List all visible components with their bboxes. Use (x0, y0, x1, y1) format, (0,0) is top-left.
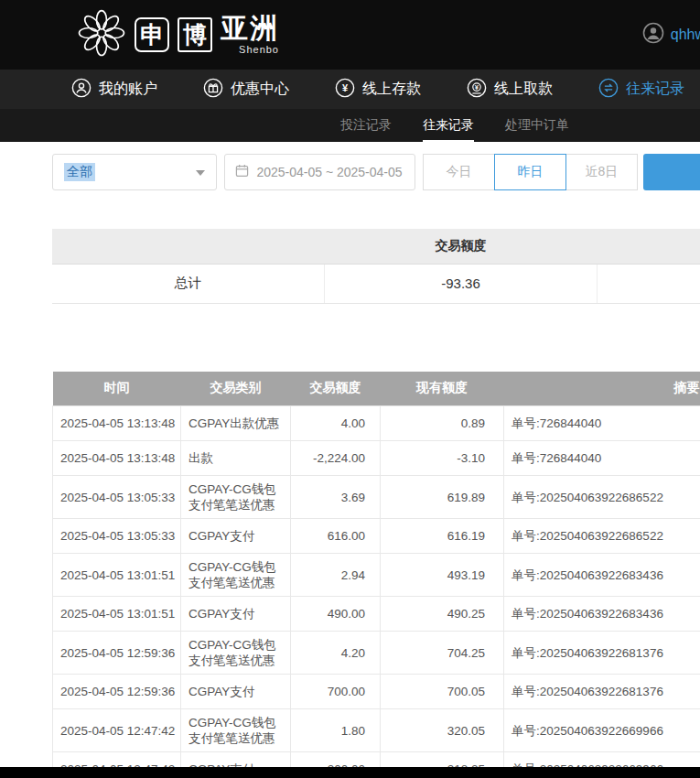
cell-category: CGPAY-CG钱包支付笔笔送优惠 (181, 476, 291, 519)
cell-amount: 490.00 (291, 597, 381, 632)
transactions-tbody: 2025-04-05 13:13:48 CGPAY出款优惠 4.00 0.89 … (53, 406, 700, 778)
summary-header: 交易额度 (52, 229, 700, 264)
table-row: 2025-04-05 13:05:33 CGPAY支付 616.00 616.1… (53, 519, 700, 554)
transactions-header-row: 时间 交易类别 交易额度 现有额度 摘要 (53, 372, 700, 406)
date-range-input[interactable]: 2025-04-05 ~ 2025-04-05 (224, 154, 415, 190)
cell-category: 出款 (181, 441, 291, 476)
cell-time: 2025-04-05 12:59:36 (53, 675, 181, 709)
cell-balance: 619.89 (381, 476, 504, 519)
avatar-icon (642, 22, 664, 48)
cell-time: 2025-04-05 13:01:51 (53, 554, 181, 597)
col-header-amount: 交易额度 (291, 372, 381, 406)
main-navigation: 我的账户 优惠中心 ¥ 线上存款 ¥ (0, 70, 700, 109)
cell-category: CGPAY支付 (181, 675, 291, 709)
transactions-table: 时间 交易类别 交易额度 现有额度 摘要 2025-04-05 13:13:48… (52, 372, 700, 778)
cell-category: CGPAY支付 (181, 519, 291, 554)
cell-summary: 单号:202504063922686522 (504, 519, 700, 554)
cell-summary: 单号:202504063922683436 (504, 597, 700, 632)
search-button[interactable] (643, 154, 700, 190)
quick-range-group: 今日 昨日 近8日 (423, 154, 638, 190)
transfer-records-icon (598, 78, 619, 102)
calendar-icon (235, 164, 249, 180)
cell-time: 2025-04-05 13:13:48 (53, 441, 181, 476)
chevron-down-icon (196, 170, 205, 176)
summary-empty-cell (597, 264, 700, 303)
cell-time: 2025-04-05 13:13:48 (53, 406, 181, 441)
cell-amount: 700.00 (291, 675, 381, 709)
nav-item-label: 往来记录 (626, 80, 684, 99)
sub-navigation: 投注记录 往来记录 处理中订单 (0, 109, 700, 142)
bottom-bar (0, 767, 700, 778)
cell-time: 2025-04-05 13:05:33 (53, 519, 181, 554)
nav-item-my-account[interactable]: 我的账户 (71, 78, 157, 102)
cell-summary: 单号:202504063922686522 (504, 476, 700, 519)
cell-amount: 3.69 (291, 476, 381, 519)
category-select-value: 全部 (64, 163, 95, 181)
withdraw-coin-icon: ¥ (467, 78, 487, 102)
cell-summary: 单号:726844040 (504, 406, 700, 441)
cell-balance: 704.25 (381, 632, 504, 675)
table-row: 2025-04-05 13:01:51 CGPAY-CG钱包支付笔笔送优惠 2.… (53, 554, 700, 597)
cell-summary: 单号:202504063922669966 (504, 709, 700, 752)
cell-time: 2025-04-05 13:01:51 (53, 597, 181, 632)
col-header-balance: 现有额度 (381, 372, 504, 406)
table-row: 2025-04-05 13:13:48 出款 -2,224.00 -3.10 单… (53, 441, 700, 476)
table-row: 2025-04-05 13:01:51 CGPAY支付 490.00 490.2… (53, 597, 700, 632)
col-header-time: 时间 (53, 372, 181, 406)
account-icon (71, 78, 92, 102)
cell-balance: 616.19 (381, 519, 504, 554)
nav-item-promotions[interactable]: 优惠中心 (203, 78, 289, 102)
logo-region: 亚洲 Shenbo (221, 15, 279, 55)
cell-summary: 单号:202504063922681376 (504, 632, 700, 675)
cell-category: CGPAY-CG钱包支付笔笔送优惠 (181, 554, 291, 597)
category-select[interactable]: 全部 (52, 154, 217, 190)
cell-balance: 320.05 (381, 709, 504, 752)
yesterday-button[interactable]: 昨日 (494, 154, 566, 190)
logo-char-bo: 博 (178, 17, 212, 52)
cell-time: 2025-04-05 12:59:36 (53, 632, 181, 675)
brand-logo[interactable]: 申 博 亚洲 Shenbo (77, 8, 279, 61)
logo-region-en: Shenbo (239, 45, 279, 55)
username-text: qhhw (671, 27, 700, 43)
cell-time: 2025-04-05 12:47:42 (53, 709, 181, 752)
table-row: 2025-04-05 12:59:36 CGPAY支付 700.00 700.0… (53, 675, 700, 709)
cell-amount: 4.20 (291, 632, 381, 675)
table-row: 2025-04-05 13:05:33 CGPAY-CG钱包支付笔笔送优惠 3.… (53, 476, 700, 519)
tab-processing-orders[interactable]: 处理中订单 (505, 109, 569, 142)
lotus-flower-icon (77, 8, 126, 61)
cell-category: CGPAY-CG钱包支付笔笔送优惠 (181, 709, 291, 752)
date-range-value: 2025-04-05 ~ 2025-04-05 (256, 165, 402, 179)
tab-transaction-records[interactable]: 往来记录 (423, 109, 474, 142)
table-row: 2025-04-05 12:47:42 CGPAY-CG钱包支付笔笔送优惠 1.… (53, 709, 700, 752)
today-button[interactable]: 今日 (423, 154, 495, 190)
logo-region-cn: 亚洲 (221, 15, 279, 42)
nav-item-label: 线上取款 (494, 80, 553, 99)
summary-row: 总计 -93.36 (52, 264, 700, 303)
gift-icon (203, 78, 223, 102)
logo-char-shen: 申 (135, 17, 169, 52)
last-8-days-button[interactable]: 近8日 (565, 154, 638, 190)
nav-item-deposit[interactable]: ¥ 线上存款 (335, 78, 421, 102)
cell-summary: 单号:202504063922683436 (504, 554, 700, 597)
cell-balance: 490.25 (381, 597, 504, 632)
cell-balance: 0.89 (381, 406, 504, 441)
cell-balance: 700.05 (381, 675, 504, 709)
cell-amount: 616.00 (291, 519, 381, 554)
nav-item-label: 线上存款 (362, 80, 421, 99)
deposit-coin-icon: ¥ (335, 78, 355, 102)
cell-time: 2025-04-05 13:05:33 (53, 476, 181, 519)
nav-item-withdraw[interactable]: ¥ 线上取款 (467, 78, 553, 102)
summary-total-value: -93.36 (325, 264, 598, 303)
nav-item-label: 优惠中心 (231, 80, 289, 99)
user-account-link[interactable]: qhhw (642, 22, 700, 48)
cell-category: CGPAY-CG钱包支付笔笔送优惠 (181, 632, 291, 675)
nav-item-label: 我的账户 (99, 80, 157, 99)
cell-category: CGPAY出款优惠 (181, 406, 291, 441)
col-header-summary: 摘要 (504, 372, 700, 406)
cell-summary: 单号:202504063922681376 (504, 675, 700, 709)
cell-category: CGPAY支付 (181, 597, 291, 632)
tab-betting-records[interactable]: 投注记录 (340, 109, 392, 142)
nav-item-transaction-records[interactable]: 往来记录 (598, 78, 684, 102)
cell-amount: 1.80 (291, 709, 381, 752)
cell-amount: -2,224.00 (291, 441, 381, 476)
